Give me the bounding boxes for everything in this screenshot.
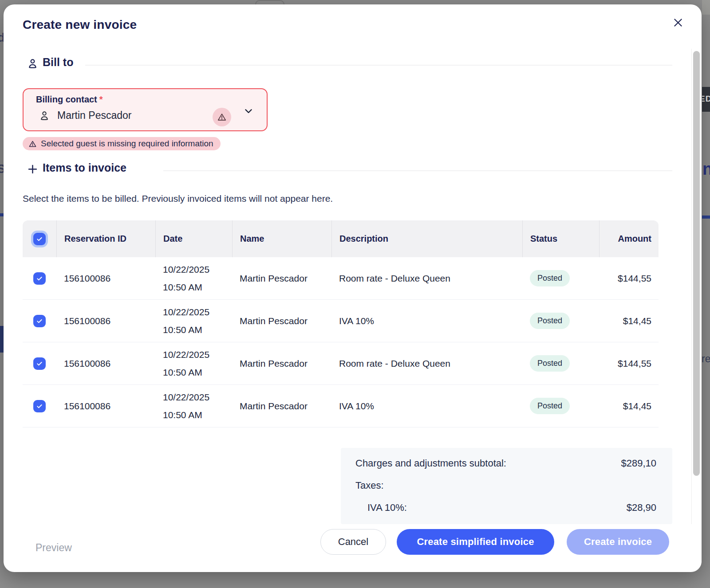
cell-date: 10/22/2025 10:50 AM (155, 261, 232, 296)
background-band (702, 0, 710, 15)
check-icon (36, 318, 43, 325)
validation-error-text: Selected guest is missing required infor… (41, 139, 213, 149)
check-icon (36, 403, 43, 410)
required-asterisk: * (99, 94, 103, 104)
cell-amount: $144,55 (599, 358, 659, 369)
create-simplified-invoice-button[interactable]: Create simplified invoice (397, 529, 554, 555)
check-icon (36, 235, 43, 243)
cell-date: 10/22/2025 10:50 AM (155, 388, 232, 424)
row-checkbox-cell (23, 400, 56, 412)
status-badge: Posted (530, 355, 570, 372)
cell-date: 10/22/2025 10:50 AM (155, 303, 232, 339)
select-all-cell (23, 220, 56, 257)
status-badge: Posted (530, 270, 570, 286)
cell-name: Martin Pescador (232, 358, 331, 369)
cell-status: Posted (522, 270, 599, 286)
tax-line-label: IVA 10%: (367, 502, 407, 514)
scrollbar-thumb[interactable] (693, 51, 700, 476)
cell-status: Posted (522, 355, 599, 372)
totals-summary: Charges and adjustments subtotal: $289,1… (341, 448, 672, 524)
cell-reservation-id: 156100086 (56, 273, 155, 284)
tax-line-value: $28,90 (627, 502, 656, 514)
subtotal-value: $289,10 (621, 458, 656, 469)
cell-name: Martin Pescador (232, 401, 331, 412)
section-divider (163, 170, 672, 171)
cell-reservation-id: 156100086 (56, 316, 155, 326)
warning-icon (28, 140, 37, 148)
background-divider-fragment (0, 213, 4, 216)
row-checkbox[interactable] (33, 315, 46, 327)
background-block-fragment (0, 326, 4, 353)
create-invoice-dialog: Create new invoice Bill to Billing conta… (4, 4, 702, 572)
taxes-label: Taxes: (355, 480, 384, 491)
row-checkbox[interactable] (33, 357, 46, 370)
billing-contact-label: Billing contact* (36, 94, 103, 105)
table-header: Reservation ID Date Name Description Sta… (23, 220, 659, 257)
column-header-date: Date (155, 220, 232, 257)
table-body: 156100086 10/22/2025 10:50 AM Martin Pes… (23, 257, 659, 427)
preview-button[interactable]: Preview (36, 535, 72, 561)
column-header-description: Description (331, 220, 522, 257)
cell-reservation-id: 156100086 (56, 358, 155, 369)
select-all-checkbox[interactable] (33, 233, 46, 245)
scrollbar-track (691, 49, 692, 524)
table-row: 156100086 10/22/2025 10:50 AM Martin Pes… (23, 300, 659, 342)
cell-status: Posted (522, 398, 599, 414)
column-header-amount: Amount (599, 220, 659, 257)
cell-description: IVA 10% (331, 316, 522, 326)
cell-description: IVA 10% (331, 401, 522, 412)
background-badge-fragment: ED (702, 87, 710, 112)
plus-icon (27, 163, 39, 175)
check-icon (36, 360, 43, 367)
warning-pill (213, 108, 231, 126)
create-invoice-button[interactable]: Create invoice (567, 529, 669, 555)
row-checkbox[interactable] (33, 400, 46, 412)
person-icon (39, 110, 50, 122)
cell-description: Room rate - Deluxe Queen (331, 273, 522, 284)
check-icon (36, 275, 43, 282)
section-title-bill-to: Bill to (43, 56, 73, 69)
person-icon (27, 58, 39, 70)
background-divider-fragment (702, 216, 710, 219)
table-row: 156100086 10/22/2025 10:50 AM Martin Pes… (23, 257, 659, 300)
validation-error-banner: Selected guest is missing required infor… (23, 137, 221, 150)
items-table: Reservation ID Date Name Description Sta… (23, 220, 659, 427)
column-header-status: Status (522, 220, 599, 257)
cell-amount: $144,55 (599, 273, 659, 284)
background-text-fragment: n (702, 160, 710, 179)
items-subtitle: Select the items to be billed. Previousl… (23, 193, 333, 204)
background-text-fragment: re (702, 353, 710, 365)
cell-name: Martin Pescador (232, 273, 331, 284)
table-row: 156100086 10/22/2025 10:50 AM Martin Pes… (23, 385, 659, 427)
row-checkbox-cell (23, 315, 56, 327)
billing-contact-select[interactable]: Billing contact* Martin Pescador (23, 88, 268, 131)
cell-amount: $14,45 (599, 316, 659, 326)
cell-reservation-id: 156100086 (56, 401, 155, 412)
billing-contact-value: Martin Pescador (57, 110, 131, 122)
cell-amount: $14,45 (599, 401, 659, 412)
section-divider (85, 65, 672, 66)
row-checkbox[interactable] (33, 272, 46, 285)
cell-status: Posted (522, 313, 599, 329)
row-checkbox-cell (23, 272, 56, 285)
table-row: 156100086 10/22/2025 10:50 AM Martin Pes… (23, 342, 659, 385)
dialog-title: Create new invoice (23, 18, 137, 32)
column-header-reservation-id: Reservation ID (56, 220, 155, 257)
cell-name: Martin Pescador (232, 316, 331, 326)
cell-date: 10/22/2025 10:50 AM (155, 346, 232, 381)
close-icon[interactable] (671, 16, 685, 29)
cell-description: Room rate - Deluxe Queen (331, 358, 522, 369)
status-badge: Posted (530, 313, 570, 329)
row-checkbox-cell (23, 357, 56, 370)
section-title-items: Items to invoice (43, 161, 126, 174)
column-header-name: Name (232, 220, 331, 257)
chevron-down-icon[interactable] (243, 105, 254, 117)
status-badge: Posted (530, 398, 570, 414)
cancel-button[interactable]: Cancel (320, 529, 386, 555)
subtotal-label: Charges and adjustments subtotal: (355, 458, 506, 469)
